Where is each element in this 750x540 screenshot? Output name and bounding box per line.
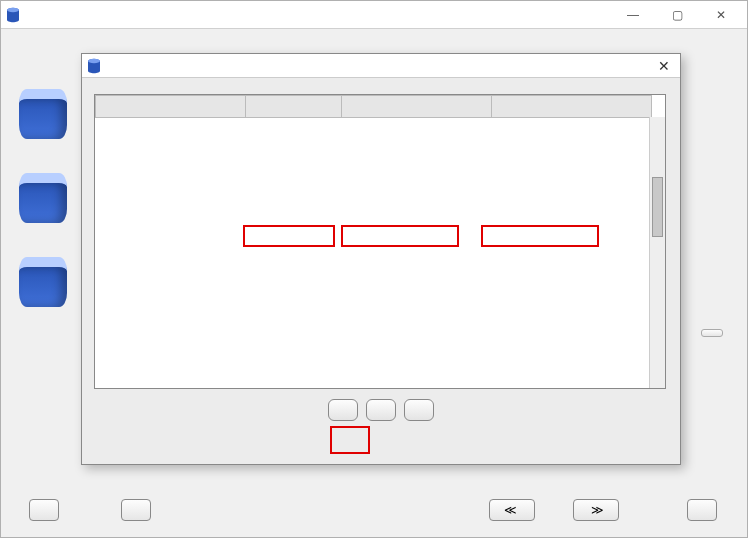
col-user: [96, 96, 246, 118]
maximize-button[interactable]: ▢: [655, 1, 699, 29]
dialog-button-row: [94, 399, 668, 421]
db-graphic-icon: [19, 173, 67, 223]
close-button[interactable]: ✕: [699, 1, 743, 29]
cancel-button[interactable]: [29, 499, 59, 521]
finish-button[interactable]: [687, 499, 717, 521]
left-graphic-panel: [19, 89, 79, 341]
scrollbar-thumb[interactable]: [652, 177, 663, 237]
help-button[interactable]: [121, 499, 151, 521]
dialog-help-button[interactable]: [404, 399, 434, 421]
dialog-close-button[interactable]: ✕: [652, 58, 676, 74]
svg-point-1: [7, 7, 19, 11]
db-graphic-icon: [19, 257, 67, 307]
back-button[interactable]: ≪: [489, 499, 535, 521]
ok-button[interactable]: [328, 399, 358, 421]
database-icon: [86, 58, 102, 74]
dialog-titlebar: ✕: [82, 54, 680, 78]
dialog-cancel-button[interactable]: [366, 399, 396, 421]
password-management-dialog: ✕: [81, 53, 681, 465]
accounts-table: [95, 95, 652, 118]
outer-titlebar: — ▢ ✕: [1, 1, 747, 29]
annotation-box-ok: [330, 426, 370, 454]
accounts-table-wrap: [94, 94, 666, 389]
db-graphic-icon: [19, 89, 67, 139]
col-confirm: [492, 96, 652, 118]
browse-button[interactable]: [701, 329, 723, 337]
col-lock: [246, 96, 342, 118]
dialog-body: [82, 78, 680, 421]
next-button[interactable]: ≫: [573, 499, 619, 521]
vertical-scrollbar[interactable]: [649, 117, 665, 388]
minimize-button[interactable]: —: [611, 1, 655, 29]
database-icon: [5, 7, 21, 23]
col-newpw: [342, 96, 492, 118]
outer-window: — ▢ ✕ ≪ ≫ ✕: [0, 0, 748, 538]
svg-point-3: [88, 58, 100, 62]
table-header-row: [96, 96, 652, 118]
